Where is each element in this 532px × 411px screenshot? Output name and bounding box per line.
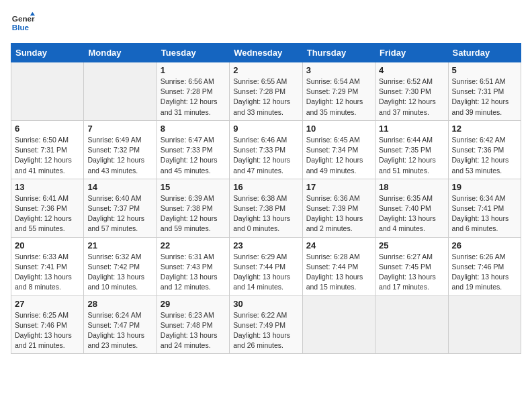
day-header-wednesday: Wednesday — [230, 44, 302, 62]
calendar-week-row: 13Sunrise: 6:41 AM Sunset: 7:36 PM Dayli… — [11, 179, 521, 237]
day-header-monday: Monday — [84, 44, 157, 62]
calendar-day-10: 10Sunrise: 6:45 AM Sunset: 7:34 PM Dayli… — [302, 120, 375, 179]
calendar-day-15: 15Sunrise: 6:39 AM Sunset: 7:38 PM Dayli… — [157, 179, 229, 237]
day-number: 4 — [379, 65, 444, 75]
calendar-day-4: 4Sunrise: 6:52 AM Sunset: 7:30 PM Daylig… — [375, 62, 448, 121]
calendar-day-3: 3Sunrise: 6:54 AM Sunset: 7:29 PM Daylig… — [302, 62, 375, 121]
day-number: 5 — [452, 65, 517, 75]
calendar-table: SundayMondayTuesdayWednesdayThursdayFrid… — [11, 43, 521, 354]
calendar-day-2: 2Sunrise: 6:55 AM Sunset: 7:28 PM Daylig… — [230, 62, 302, 121]
day-number: 8 — [161, 124, 226, 134]
day-info: Sunrise: 6:29 AM Sunset: 7:44 PM Dayligh… — [233, 252, 298, 293]
day-number: 20 — [15, 240, 80, 250]
day-number: 24 — [306, 240, 371, 250]
day-info: Sunrise: 6:56 AM Sunset: 7:28 PM Dayligh… — [161, 77, 226, 118]
day-number: 10 — [306, 124, 371, 134]
calendar-day-22: 22Sunrise: 6:31 AM Sunset: 7:43 PM Dayli… — [157, 237, 229, 295]
calendar-day-16: 16Sunrise: 6:38 AM Sunset: 7:38 PM Dayli… — [230, 179, 302, 237]
calendar-day-9: 9Sunrise: 6:46 AM Sunset: 7:33 PM Daylig… — [230, 120, 302, 179]
calendar-day-13: 13Sunrise: 6:41 AM Sunset: 7:36 PM Dayli… — [11, 179, 84, 237]
day-info: Sunrise: 6:46 AM Sunset: 7:33 PM Dayligh… — [233, 135, 298, 176]
day-number: 21 — [87, 240, 152, 250]
calendar-empty-cell — [302, 295, 375, 354]
calendar-day-27: 27Sunrise: 6:25 AM Sunset: 7:46 PM Dayli… — [11, 295, 84, 354]
calendar-empty-cell — [448, 295, 521, 354]
calendar-day-23: 23Sunrise: 6:29 AM Sunset: 7:44 PM Dayli… — [230, 237, 302, 295]
day-number: 3 — [306, 65, 371, 75]
day-info: Sunrise: 6:50 AM Sunset: 7:31 PM Dayligh… — [15, 135, 80, 176]
day-number: 27 — [15, 299, 80, 309]
day-info: Sunrise: 6:28 AM Sunset: 7:44 PM Dayligh… — [306, 252, 371, 293]
day-number: 26 — [452, 240, 517, 250]
day-info: Sunrise: 6:45 AM Sunset: 7:34 PM Dayligh… — [306, 135, 371, 176]
day-number: 6 — [15, 124, 80, 134]
day-number: 1 — [161, 65, 226, 75]
day-info: Sunrise: 6:32 AM Sunset: 7:42 PM Dayligh… — [87, 252, 152, 293]
day-number: 16 — [233, 182, 298, 192]
calendar-day-8: 8Sunrise: 6:47 AM Sunset: 7:33 PM Daylig… — [157, 120, 229, 179]
calendar-day-17: 17Sunrise: 6:36 AM Sunset: 7:39 PM Dayli… — [302, 179, 375, 237]
day-header-sunday: Sunday — [11, 44, 84, 62]
day-number: 12 — [452, 124, 517, 134]
day-header-thursday: Thursday — [302, 44, 375, 62]
page-header: General Blue — [11, 11, 521, 35]
day-number: 29 — [161, 299, 226, 309]
calendar-day-21: 21Sunrise: 6:32 AM Sunset: 7:42 PM Dayli… — [84, 237, 157, 295]
logo: General Blue — [11, 11, 36, 35]
day-number: 7 — [87, 124, 152, 134]
calendar-day-25: 25Sunrise: 6:27 AM Sunset: 7:45 PM Dayli… — [375, 237, 448, 295]
calendar-day-29: 29Sunrise: 6:23 AM Sunset: 7:48 PM Dayli… — [157, 295, 229, 354]
calendar-day-5: 5Sunrise: 6:51 AM Sunset: 7:31 PM Daylig… — [448, 62, 521, 121]
calendar-empty-cell — [11, 62, 84, 121]
svg-text:Blue: Blue — [12, 23, 30, 32]
calendar-empty-cell — [84, 62, 157, 121]
calendar-day-6: 6Sunrise: 6:50 AM Sunset: 7:31 PM Daylig… — [11, 120, 84, 179]
day-info: Sunrise: 6:51 AM Sunset: 7:31 PM Dayligh… — [452, 77, 517, 118]
day-info: Sunrise: 6:36 AM Sunset: 7:39 PM Dayligh… — [306, 193, 371, 234]
calendar-day-28: 28Sunrise: 6:24 AM Sunset: 7:47 PM Dayli… — [84, 295, 157, 354]
day-header-saturday: Saturday — [448, 44, 521, 62]
day-number: 2 — [233, 65, 298, 75]
day-header-tuesday: Tuesday — [157, 44, 229, 62]
day-info: Sunrise: 6:52 AM Sunset: 7:30 PM Dayligh… — [379, 77, 444, 118]
day-info: Sunrise: 6:23 AM Sunset: 7:48 PM Dayligh… — [161, 310, 226, 351]
day-info: Sunrise: 6:49 AM Sunset: 7:32 PM Dayligh… — [87, 135, 152, 176]
day-info: Sunrise: 6:34 AM Sunset: 7:41 PM Dayligh… — [452, 193, 517, 234]
day-number: 18 — [379, 182, 444, 192]
day-number: 28 — [87, 299, 152, 309]
calendar-week-row: 27Sunrise: 6:25 AM Sunset: 7:46 PM Dayli… — [11, 295, 521, 354]
day-number: 25 — [379, 240, 444, 250]
day-number: 9 — [233, 124, 298, 134]
calendar-day-19: 19Sunrise: 6:34 AM Sunset: 7:41 PM Dayli… — [448, 179, 521, 237]
calendar-empty-cell — [375, 295, 448, 354]
logo-icon: General Blue — [11, 11, 35, 35]
day-info: Sunrise: 6:41 AM Sunset: 7:36 PM Dayligh… — [15, 193, 80, 234]
day-number: 23 — [233, 240, 298, 250]
day-info: Sunrise: 6:35 AM Sunset: 7:40 PM Dayligh… — [379, 193, 444, 234]
calendar-day-18: 18Sunrise: 6:35 AM Sunset: 7:40 PM Dayli… — [375, 179, 448, 237]
day-info: Sunrise: 6:26 AM Sunset: 7:46 PM Dayligh… — [452, 252, 517, 293]
day-header-friday: Friday — [375, 44, 448, 62]
calendar-header-row: SundayMondayTuesdayWednesdayThursdayFrid… — [11, 44, 521, 62]
day-info: Sunrise: 6:33 AM Sunset: 7:41 PM Dayligh… — [15, 252, 80, 293]
day-number: 19 — [452, 182, 517, 192]
day-info: Sunrise: 6:44 AM Sunset: 7:35 PM Dayligh… — [379, 135, 444, 176]
day-info: Sunrise: 6:25 AM Sunset: 7:46 PM Dayligh… — [15, 310, 80, 351]
calendar-day-11: 11Sunrise: 6:44 AM Sunset: 7:35 PM Dayli… — [375, 120, 448, 179]
day-info: Sunrise: 6:24 AM Sunset: 7:47 PM Dayligh… — [87, 310, 152, 351]
calendar-week-row: 20Sunrise: 6:33 AM Sunset: 7:41 PM Dayli… — [11, 237, 521, 295]
calendar-day-14: 14Sunrise: 6:40 AM Sunset: 7:37 PM Dayli… — [84, 179, 157, 237]
day-info: Sunrise: 6:54 AM Sunset: 7:29 PM Dayligh… — [306, 77, 371, 118]
day-info: Sunrise: 6:27 AM Sunset: 7:45 PM Dayligh… — [379, 252, 444, 293]
day-info: Sunrise: 6:38 AM Sunset: 7:38 PM Dayligh… — [233, 193, 298, 234]
day-number: 14 — [87, 182, 152, 192]
day-info: Sunrise: 6:40 AM Sunset: 7:37 PM Dayligh… — [87, 193, 152, 234]
day-info: Sunrise: 6:22 AM Sunset: 7:49 PM Dayligh… — [233, 310, 298, 351]
day-info: Sunrise: 6:39 AM Sunset: 7:38 PM Dayligh… — [161, 193, 226, 234]
day-number: 11 — [379, 124, 444, 134]
day-info: Sunrise: 6:42 AM Sunset: 7:36 PM Dayligh… — [452, 135, 517, 176]
calendar-week-row: 6Sunrise: 6:50 AM Sunset: 7:31 PM Daylig… — [11, 120, 521, 179]
day-info: Sunrise: 6:31 AM Sunset: 7:43 PM Dayligh… — [161, 252, 226, 293]
calendar-week-row: 1Sunrise: 6:56 AM Sunset: 7:28 PM Daylig… — [11, 62, 521, 121]
day-number: 15 — [161, 182, 226, 192]
